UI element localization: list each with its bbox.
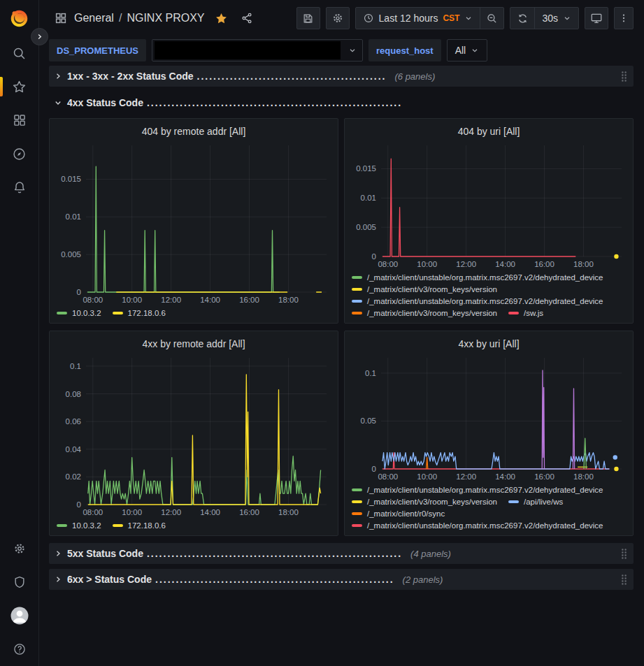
legend-swatch	[57, 312, 67, 314]
svg-text:10:00: 10:00	[122, 296, 142, 304]
dashboard-topbar: General / NGINX PROXY Last 12 hours	[39, 0, 644, 36]
timeseries-chart[interactable]: 08:0010:0012:0014:0016:0018:0000.0050.01…	[352, 140, 626, 270]
svg-text:16:00: 16:00	[239, 296, 259, 304]
legend-label: /_matrix/client/v3/room_keys/version	[367, 309, 497, 317]
row-1xx-3xx-2xx[interactable]: 1xx - 3xx - 2xx Status Code ............…	[49, 66, 634, 87]
sidebar-item-server-admin[interactable]	[0, 565, 38, 599]
apps-grid-icon	[55, 12, 67, 24]
svg-text:10:00: 10:00	[122, 508, 142, 516]
svg-text:0.04: 0.04	[66, 445, 82, 454]
legend-item[interactable]: /_matrix/client/v3/room_keys/version	[352, 285, 497, 294]
legend-label: /_matrix/client/unstable/org.matrix.msc2…	[367, 486, 603, 494]
svg-text:08:00: 08:00	[378, 260, 398, 268]
legend-item[interactable]: /api/live/ws	[508, 498, 563, 506]
chevron-right-icon	[36, 33, 43, 41]
legend-item[interactable]: /_matrix/client/unstable/org.matrix.msc2…	[352, 297, 603, 305]
chevron-right-icon	[54, 549, 62, 558]
kiosk-mode-button[interactable]	[585, 7, 608, 29]
chevron-down-icon	[464, 14, 473, 22]
legend-item[interactable]: /_matrix/client/r0/sync	[352, 509, 445, 518]
legend-label: /_matrix/client/unstable/org.matrix.msc2…	[367, 297, 603, 305]
panel-title[interactable]: 404 by uri [All]	[352, 123, 626, 140]
row-title: 4xx Status Code	[67, 97, 143, 108]
clock-icon	[363, 13, 374, 24]
share-icon[interactable]	[241, 12, 253, 24]
drag-handle-icon[interactable]	[620, 548, 628, 560]
sidebar-item-explore[interactable]	[0, 137, 38, 171]
sidebar-item-alerting[interactable]	[0, 171, 38, 204]
timeseries-chart[interactable]: 08:0010:0012:0014:0016:0018:0000.0050.01…	[57, 140, 331, 306]
sidebar-item-help[interactable]	[0, 632, 38, 666]
datasource-value-redacted	[155, 41, 341, 59]
legend-swatch	[508, 312, 519, 314]
row-title-dots: ........................................…	[147, 548, 402, 559]
legend-label: 172.18.0.6	[128, 521, 166, 530]
refresh-button[interactable]	[510, 8, 534, 29]
timeseries-chart[interactable]: 08:0010:0012:0014:0016:0018:0000.050.1	[352, 352, 626, 483]
breadcrumb-folder[interactable]: General	[74, 12, 114, 24]
legend-swatch	[352, 512, 362, 515]
gear-icon	[331, 12, 344, 24]
legend-label: /_matrix/client/v3/room_keys/version	[367, 285, 497, 294]
sidebar-item-dashboards[interactable]	[0, 103, 38, 137]
shield-icon	[13, 575, 27, 589]
request-host-variable-label[interactable]: request_host	[368, 39, 441, 61]
svg-text:0: 0	[77, 500, 81, 509]
breadcrumb-dashboard-title[interactable]: NGINX PROXY	[127, 12, 204, 24]
more-options-button[interactable]	[614, 7, 634, 29]
legend-label: /_matrix/client/v3/room_keys/version	[367, 498, 497, 506]
legend-item[interactable]: /_matrix/client/unstable/org.matrix.msc2…	[352, 521, 603, 530]
sidebar-item-profile[interactable]	[0, 599, 38, 632]
svg-text:0.01: 0.01	[361, 194, 376, 202]
zoom-out-time-button[interactable]	[480, 8, 503, 29]
legend-item[interactable]: 10.0.3.2	[57, 309, 101, 317]
timeseries-chart[interactable]: 08:0010:0012:0014:0016:0018:0000.020.040…	[57, 352, 331, 519]
chevron-down-icon	[348, 46, 357, 55]
time-range-picker[interactable]: Last 12 hours CST	[356, 8, 480, 29]
sidebar-expand-button[interactable]	[31, 28, 48, 45]
panel-title[interactable]: 404 by remote addr [All]	[57, 123, 331, 140]
legend-item[interactable]: 172.18.0.6	[113, 521, 166, 530]
legend-swatch	[352, 488, 362, 491]
sidebar-top-nav	[0, 36, 38, 204]
legend-item[interactable]: 172.18.0.6	[113, 309, 166, 317]
row-5xx[interactable]: 5xx Status Code ........................…	[49, 543, 634, 564]
favorite-star-icon[interactable]	[215, 12, 228, 25]
drag-handle-icon[interactable]	[620, 71, 628, 82]
panel-title[interactable]: 4xx by uri [All]	[352, 335, 626, 352]
sidebar-item-starred[interactable]	[0, 70, 38, 103]
dashboard-settings-button[interactable]	[326, 7, 350, 29]
legend-label: 10.0.3.2	[72, 521, 101, 530]
legend-item[interactable]: /_matrix/client/unstable/org.matrix.msc2…	[352, 486, 603, 494]
panel-title[interactable]: 4xx by remote addr [All]	[57, 335, 331, 352]
svg-text:0.06: 0.06	[66, 417, 81, 426]
row-6xx[interactable]: 6xx > Status Code ......................…	[49, 569, 634, 590]
legend-item[interactable]: /sw.js	[508, 309, 543, 317]
panel-404-by-uri: 404 by uri [All] 08:0010:0012:0014:0016:…	[344, 118, 634, 324]
svg-text:0.005: 0.005	[356, 223, 376, 231]
datasource-variable-label[interactable]: DS_PROMETHEUS	[49, 39, 146, 61]
panel-legend: 10.0.3.2172.18.0.6	[57, 309, 331, 317]
legend-item[interactable]: /_matrix/client/v3/room_keys/version	[352, 309, 497, 317]
legend-item[interactable]: 10.0.3.2	[57, 521, 101, 530]
row-title: 1xx - 3xx - 2xx Status Code	[67, 71, 194, 82]
avatar	[9, 605, 30, 626]
datasource-variable-select[interactable]	[152, 39, 363, 61]
main-area: General / NGINX PROXY Last 12 hours	[39, 0, 644, 666]
refresh-interval-dropdown[interactable]: 30s	[534, 8, 578, 29]
save-dashboard-button[interactable]	[296, 7, 320, 29]
legend-swatch	[113, 524, 123, 527]
drag-handle-icon[interactable]	[620, 574, 628, 586]
svg-text:0.01: 0.01	[66, 212, 81, 221]
sidebar-item-configuration[interactable]	[0, 532, 38, 565]
svg-text:18:00: 18:00	[573, 472, 594, 481]
svg-text:0.08: 0.08	[66, 390, 81, 398]
svg-text:0.1: 0.1	[70, 362, 81, 370]
help-question-icon	[13, 642, 27, 656]
row-panel-count: (6 panels)	[394, 71, 435, 82]
request-host-variable-select[interactable]: All	[447, 39, 488, 61]
legend-item[interactable]: /_matrix/client/unstable/org.matrix.msc2…	[352, 273, 603, 282]
row-4xx[interactable]: 4xx Status Code ........................…	[49, 93, 634, 113]
legend-item[interactable]: /_matrix/client/v3/room_keys/version	[352, 498, 497, 506]
panel-legend: 10.0.3.2172.18.0.6	[57, 521, 331, 530]
